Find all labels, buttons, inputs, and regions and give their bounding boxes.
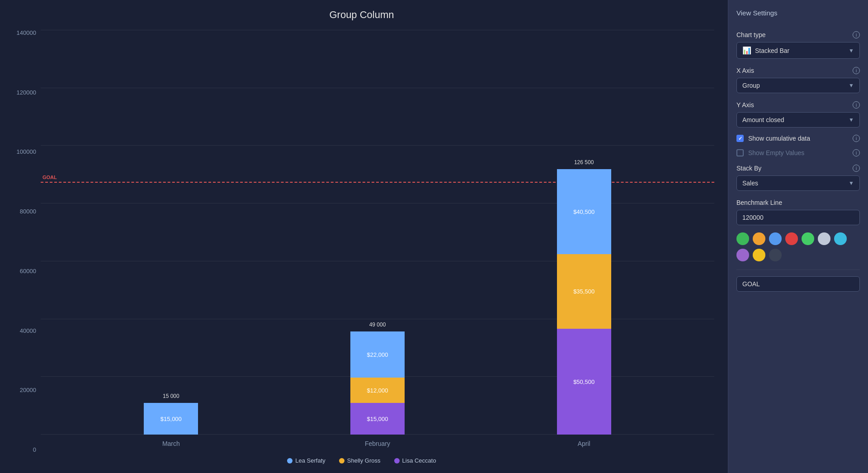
bar-total-label: 15 000 (163, 393, 179, 399)
bar-group: 15 000$15,000 (144, 403, 198, 435)
chart-plot: GOAL 15 000$15,00049 000$15,000$12,000$2… (41, 30, 714, 453)
color-swatch-bright-green[interactable] (802, 232, 814, 245)
bar-segment: $40,500 (557, 169, 611, 254)
stack-by-value: Sales (742, 180, 758, 187)
color-swatch-teal[interactable] (834, 232, 847, 245)
y-axis-value: Amount closed (742, 116, 784, 123)
y-tick: 0 (9, 447, 36, 453)
legend-item: Shelly Gross (339, 457, 381, 464)
bar-total-label: 126 500 (574, 159, 594, 166)
y-tick: 20000 (9, 387, 36, 393)
x-axis-dropdown[interactable]: Group ▼ (736, 78, 860, 93)
bar-segment: $35,500 (557, 254, 611, 329)
x-label: March (144, 440, 198, 447)
show-cumulative-label: Show cumulative data (748, 135, 810, 142)
x-axis-info-icon[interactable]: i (853, 67, 860, 74)
y-tick: 100000 (9, 149, 36, 155)
y-tick: 140000 (9, 30, 36, 36)
legend-label: Lea Serfaty (295, 457, 326, 464)
section-divider (736, 270, 860, 270)
benchmark-line-input[interactable] (736, 210, 860, 225)
show-cumulative-row[interactable]: Show cumulative data i (736, 135, 860, 142)
y-tick: 60000 (9, 268, 36, 274)
bar-stack: $50,500$35,500$40,500 (557, 169, 611, 435)
show-cumulative-info-icon[interactable]: i (853, 135, 860, 142)
legend-item: Lisa Ceccato (394, 457, 436, 464)
y-axis-chevron: ▼ (849, 117, 854, 123)
bar-stack: $15,000$12,000$22,000 (350, 331, 405, 435)
chart-type-chevron: ▼ (849, 47, 854, 54)
legend-label: Lisa Ceccato (402, 457, 436, 464)
color-swatch-yellow[interactable] (753, 249, 765, 261)
show-empty-row[interactable]: Show Empty Values i (736, 149, 860, 156)
stack-by-info-icon[interactable]: i (853, 165, 860, 172)
benchmark-name-input[interactable] (736, 276, 860, 292)
chart-type-dropdown[interactable]: 📊 Stacked Bar ▼ (736, 42, 860, 59)
legend-label: Shelly Gross (347, 457, 381, 464)
legend-dot (287, 458, 292, 464)
chart-area: Group Column 020000400006000080000100000… (0, 0, 728, 473)
y-tick: 80000 (9, 208, 36, 214)
chart-title: Group Column (9, 9, 714, 21)
color-palette (736, 232, 860, 261)
color-swatch-purple[interactable] (736, 249, 749, 261)
y-axis-info-icon[interactable]: i (853, 101, 860, 109)
benchmark-line-label: Benchmark Line (736, 199, 860, 206)
x-axis-label: X Axis i (736, 67, 860, 74)
chart-type-value: Stacked Bar (755, 47, 789, 54)
legend-dot (339, 458, 344, 464)
x-label: April (557, 440, 611, 447)
x-axis-chevron: ▼ (849, 82, 854, 89)
show-empty-label: Show Empty Values (748, 149, 804, 156)
color-swatch-red[interactable] (785, 232, 798, 245)
show-cumulative-checkbox[interactable] (736, 135, 744, 142)
legend-dot (394, 458, 400, 464)
show-empty-checkbox[interactable] (736, 149, 744, 156)
bar-stack: $15,000 (144, 403, 198, 435)
bar-segment: $12,000 (350, 378, 405, 403)
color-swatch-light-gray[interactable] (818, 232, 830, 245)
bars-wrapper: 15 000$15,00049 000$15,000$12,000$22,000… (41, 30, 714, 435)
y-tick: 120000 (9, 90, 36, 95)
chart-type-info-icon[interactable]: i (853, 31, 860, 38)
y-axis: 020000400006000080000100000120000140000 (9, 30, 41, 453)
show-empty-info-icon[interactable]: i (853, 149, 860, 156)
stack-by-label: Stack By i (736, 165, 860, 172)
bar-segment: $15,000 (144, 403, 198, 435)
color-swatch-orange[interactable] (753, 232, 765, 245)
stack-by-dropdown[interactable]: Sales ▼ (736, 175, 860, 191)
chart-container: 020000400006000080000100000120000140000 … (9, 30, 714, 453)
stack-by-chevron: ▼ (849, 180, 854, 186)
legend-item: Lea Serfaty (287, 457, 326, 464)
bar-segment: $50,500 (557, 329, 611, 435)
x-labels: MarchFebruaryApril (41, 435, 714, 453)
bar-total-label: 49 000 (369, 322, 386, 328)
y-axis-dropdown[interactable]: Amount closed ▼ (736, 112, 860, 128)
x-axis-value: Group (742, 82, 760, 89)
bar-segment: $22,000 (350, 331, 405, 378)
settings-panel-title: View Settings (736, 9, 860, 17)
color-swatch-dark-gray[interactable] (769, 249, 782, 261)
bar-group: 126 500$50,500$35,500$40,500 (557, 169, 611, 435)
settings-panel: View Settings Chart type i 📊 Stacked Bar… (728, 0, 868, 473)
chart-type-label: Chart type i (736, 31, 860, 38)
color-swatch-blue[interactable] (769, 232, 782, 245)
y-tick: 40000 (9, 328, 36, 334)
x-label: February (350, 440, 405, 447)
bar-segment: $15,000 (350, 403, 405, 435)
chart-legend: Lea SerfatyShelly GrossLisa Ceccato (9, 453, 714, 464)
bar-group: 49 000$15,000$12,000$22,000 (350, 331, 405, 435)
chart-type-icon: 📊 (742, 46, 751, 55)
color-swatch-green[interactable] (736, 232, 749, 245)
y-axis-label: Y Axis i (736, 101, 860, 109)
